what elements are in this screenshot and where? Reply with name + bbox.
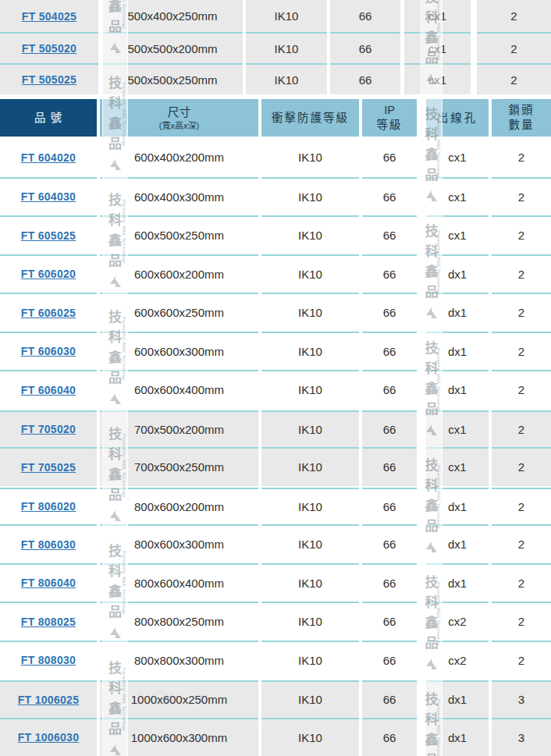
table-row: FT 705020 700x500x200mm IK10 66 cx1 2 bbox=[0, 409, 551, 448]
part-number-link[interactable]: FT 806020 bbox=[21, 500, 76, 513]
impact-rating-cell: IK10 bbox=[261, 332, 359, 371]
part-number-cell: FT 806040 bbox=[0, 563, 97, 602]
part-number-cell: FT 806020 bbox=[0, 488, 97, 525]
ip-rating-cell: 66 bbox=[362, 563, 417, 602]
table-row: FT 1006025 1000x600x250mm IK10 66 dx1 3 bbox=[0, 679, 551, 718]
header-outlet: 出線孔 bbox=[426, 99, 489, 137]
part-number-link[interactable]: FT 504025 bbox=[22, 10, 76, 23]
table-row: FT 808025 800x800x250mm IK10 66 cx2 2 bbox=[0, 602, 551, 641]
part-number-link[interactable]: FT 505025 bbox=[22, 73, 76, 86]
outlet-cell: cx1 bbox=[404, 0, 471, 32]
lock-count-cell: 2 bbox=[492, 488, 551, 525]
part-number-link[interactable]: FT 808030 bbox=[21, 654, 76, 666]
part-number-link[interactable]: FT 705020 bbox=[21, 423, 76, 435]
ip-rating-cell: 66 bbox=[362, 370, 417, 409]
part-number-cell: FT 505025 bbox=[0, 63, 98, 94]
header-size-label: 尺寸 bbox=[167, 105, 190, 120]
part-number-cell: FT 606020 bbox=[0, 254, 97, 293]
table-row: FT 505020 500x500x200mm IK10 66 cx1 2 bbox=[0, 32, 551, 63]
header-part-number: 品 號 bbox=[0, 99, 97, 137]
outlet-cell: dx1 bbox=[426, 488, 489, 525]
outlet-cell: cx1 bbox=[426, 138, 489, 177]
size-cell: 600x600x300mm bbox=[100, 332, 258, 371]
size-cell: 800x800x300mm bbox=[100, 641, 258, 680]
table-row: FT 806020 800x600x200mm IK10 66 dx1 2 bbox=[0, 486, 551, 525]
header-lock-line1: 鎖頭 bbox=[509, 103, 535, 118]
table-row: FT 808030 800x800x300mm IK10 66 cx2 2 bbox=[0, 641, 551, 680]
part-number-link[interactable]: FT 606040 bbox=[21, 384, 76, 396]
part-number-link[interactable]: FT 606030 bbox=[21, 345, 76, 357]
lock-count-cell: 2 bbox=[492, 215, 551, 254]
table-row: FT 806030 800x600x300mm IK10 66 dx1 2 bbox=[0, 524, 551, 563]
outlet-cell: cx1 bbox=[404, 32, 471, 63]
part-number-cell: FT 504025 bbox=[0, 0, 98, 32]
part-number-link[interactable]: FT 606020 bbox=[21, 268, 76, 280]
part-number-link[interactable]: FT 505020 bbox=[22, 42, 76, 55]
header-ip-line1: IP bbox=[384, 103, 395, 118]
ip-rating-cell: 66 bbox=[362, 524, 417, 563]
part-number-link[interactable]: FT 606025 bbox=[21, 307, 76, 319]
size-cell: 700x500x250mm bbox=[100, 447, 258, 486]
part-number-link[interactable]: FT 1006030 bbox=[18, 731, 80, 744]
outlet-cell: dx1 bbox=[426, 332, 489, 371]
part-number-link[interactable]: FT 605025 bbox=[21, 229, 76, 242]
lock-count-cell: 3 bbox=[492, 718, 551, 756]
ip-rating-cell: 66 bbox=[330, 63, 400, 94]
size-cell: 800x600x400mm bbox=[100, 563, 258, 602]
outlet-cell: dx1 bbox=[426, 524, 489, 563]
part-number-link[interactable]: FT 1006025 bbox=[18, 694, 80, 706]
lock-count-cell: 2 bbox=[492, 138, 551, 177]
part-number-cell: FT 505020 bbox=[0, 32, 98, 63]
part-number-link[interactable]: FT 705025 bbox=[21, 461, 76, 474]
part-number-cell: FT 808025 bbox=[0, 602, 97, 641]
part-number-link[interactable]: FT 604020 bbox=[21, 151, 76, 164]
part-number-link[interactable]: FT 604030 bbox=[21, 190, 76, 203]
size-cell: 1000x600x300mm bbox=[100, 718, 258, 756]
lock-count-cell: 2 bbox=[492, 410, 551, 448]
impact-rating-cell: IK10 bbox=[261, 488, 359, 525]
size-cell: 1000x600x250mm bbox=[100, 680, 258, 718]
part-number-cell: FT 604030 bbox=[0, 177, 97, 216]
lock-count-cell: 2 bbox=[492, 641, 551, 680]
header-impact-rating: 衝擊防護等級 bbox=[261, 99, 359, 137]
impact-rating-cell: IK10 bbox=[261, 215, 359, 254]
impact-rating-cell: IK10 bbox=[261, 602, 359, 641]
lock-count-cell: 2 bbox=[492, 524, 551, 563]
ip-rating-cell: 66 bbox=[362, 410, 417, 448]
impact-rating-cell: IK10 bbox=[261, 410, 359, 448]
header-ip-rating: IP 等級 bbox=[362, 99, 417, 137]
outlet-cell: cx1 bbox=[426, 410, 489, 448]
impact-rating-cell: IK10 bbox=[261, 563, 359, 602]
part-number-link[interactable]: FT 808025 bbox=[21, 616, 76, 628]
impact-rating-cell: IK10 bbox=[261, 254, 359, 293]
table-header-row: 品 號 尺寸 (寬x高x深) 衝擊防護等級 IP 等級 出線孔 鎖頭 數量 bbox=[0, 99, 551, 137]
enclosure-spec-sheet: FT 504025 500x400x250mm IK10 66 cx1 2 FT… bbox=[0, 0, 551, 756]
part-number-link[interactable]: FT 806030 bbox=[21, 538, 76, 551]
lock-count-cell: 2 bbox=[492, 563, 551, 602]
table-row: FT 605025 600x500x250mm IK10 66 cx1 2 bbox=[0, 215, 551, 254]
impact-rating-cell: IK10 bbox=[261, 524, 359, 563]
size-cell: 600x400x300mm bbox=[100, 177, 258, 216]
lock-count-cell: 2 bbox=[492, 602, 551, 641]
size-cell: 500x400x250mm bbox=[102, 0, 243, 32]
table-row: FT 604020 600x400x200mm IK10 66 cx1 2 bbox=[0, 138, 551, 177]
size-cell: 600x400x200mm bbox=[100, 138, 258, 177]
table-row: FT 1006030 1000x600x300mm IK10 66 dx1 3 bbox=[0, 718, 551, 756]
impact-rating-cell: IK10 bbox=[261, 718, 359, 756]
outlet-cell: cx1 bbox=[404, 63, 471, 94]
table-row: FT 606030 600x600x300mm IK10 66 dx1 2 bbox=[0, 332, 551, 371]
ip-rating-cell: 66 bbox=[362, 718, 417, 756]
impact-rating-cell: IK10 bbox=[246, 0, 327, 32]
table-row: FT 505025 500x500x250mm IK10 66 cx1 2 bbox=[0, 63, 551, 94]
table-row: FT 806040 800x600x400mm IK10 66 dx1 2 bbox=[0, 563, 551, 602]
lock-count-cell: 2 bbox=[492, 293, 551, 332]
outlet-cell: cx1 bbox=[426, 177, 489, 216]
outlet-cell: dx1 bbox=[426, 680, 489, 718]
size-cell: 800x800x250mm bbox=[100, 602, 258, 641]
outlet-cell: cx1 bbox=[426, 447, 489, 486]
outlet-cell: cx2 bbox=[426, 641, 489, 680]
part-number-link[interactable]: FT 806040 bbox=[21, 577, 76, 589]
size-cell: 800x600x200mm bbox=[100, 488, 258, 525]
ip-rating-cell: 66 bbox=[362, 447, 417, 486]
size-cell: 600x600x200mm bbox=[100, 254, 258, 293]
